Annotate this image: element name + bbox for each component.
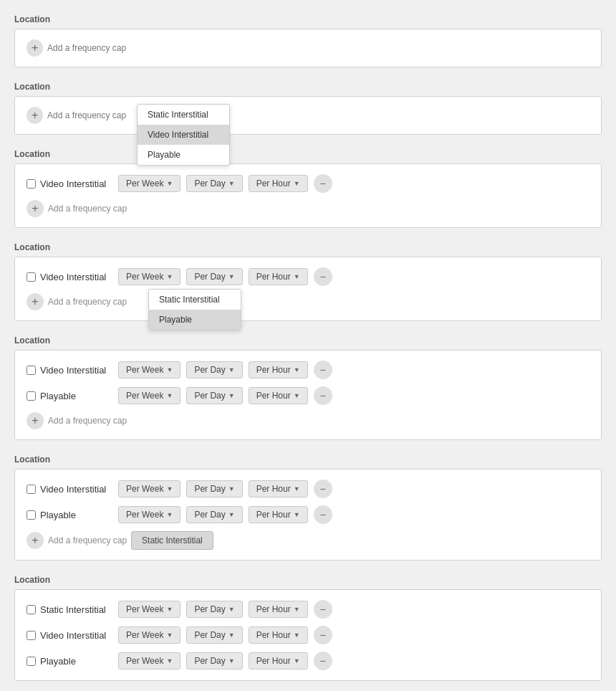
per-day-btn-5-0[interactable]: Per Day ▼	[186, 361, 242, 378]
section-6-box: Video Interstitial Per Week ▼ Per Day ▼ …	[14, 469, 602, 561]
remove-btn-6-0[interactable]: −	[314, 480, 332, 498]
section-4-label: Location	[14, 242, 602, 252]
per-hour-arrow-3-0: ▼	[294, 180, 300, 187]
section-1-box: +	[14, 29, 602, 67]
per-day-btn-7-2[interactable]: Per Day ▼	[186, 652, 242, 669]
checkbox-5-1[interactable]	[27, 391, 36, 401]
add-frequency-cap-btn-3[interactable]: +	[27, 200, 44, 217]
per-day-btn-4-0[interactable]: Per Day ▼	[186, 268, 242, 285]
per-hour-btn-6-1[interactable]: Per Hour ▼	[249, 506, 308, 523]
per-day-btn-6-0[interactable]: Per Day ▼	[186, 480, 242, 497]
per-day-arrow-3-0: ▼	[228, 180, 235, 187]
remove-btn-5-1[interactable]: −	[314, 386, 332, 405]
checkbox-7-0[interactable]	[27, 605, 36, 614]
remove-btn-5-0[interactable]: −	[314, 361, 332, 379]
per-hour-btn-5-1[interactable]: Per Hour ▼	[249, 387, 308, 404]
checkbox-label-4-0: Video Interstitial	[27, 272, 112, 282]
per-hour-btn-7-0[interactable]: Per Hour ▼	[249, 601, 308, 618]
remove-btn-7-0[interactable]: −	[314, 600, 332, 619]
per-week-arrow-3-0: ▼	[166, 180, 173, 187]
dropdown-options-4: Static Interstitial Playable	[148, 289, 241, 330]
per-day-btn-7-0[interactable]: Per Day ▼	[186, 601, 242, 618]
per-week-btn-4-0[interactable]: Per Week ▼	[118, 268, 181, 285]
per-day-btn-5-1[interactable]: Per Day ▼	[186, 387, 242, 404]
per-hour-arrow-4-0: ▼	[294, 273, 300, 280]
per-week-btn-6-1[interactable]: Per Week ▼	[118, 506, 181, 523]
dropdown-item-static-4[interactable]: Static Interstitial	[149, 290, 241, 310]
add-frequency-cap-label-3: Add a frequency cap	[48, 204, 127, 214]
checkbox-7-2[interactable]	[27, 657, 36, 666]
checkbox-label-7-1: Video Interstitial	[27, 630, 112, 641]
checkbox-label-5-0: Video Interstitial	[27, 365, 112, 376]
remove-btn-7-2[interactable]: −	[314, 652, 332, 670]
per-week-btn-3-0[interactable]: Per Week ▼	[118, 175, 181, 192]
remove-btn-4-0[interactable]: −	[314, 267, 332, 286]
remove-btn-7-1[interactable]: −	[314, 626, 332, 644]
checkbox-5-0[interactable]	[27, 366, 36, 375]
per-hour-btn-6-0[interactable]: Per Hour ▼	[249, 480, 308, 497]
row-label-5-1: Playable	[40, 391, 76, 401]
per-week-arrow-4-0: ▼	[166, 273, 173, 280]
frequency-cap-input-2[interactable]	[47, 110, 589, 120]
per-week-btn-7-0[interactable]: Per Week ▼	[118, 601, 181, 618]
freq-row-6-1: Playable Per Week ▼ Per Day ▼ Per Hour ▼…	[27, 505, 589, 524]
section-2: Location + Static Interstitial Video Int…	[14, 82, 602, 135]
row-label-7-0: Static Interstitial	[40, 604, 106, 615]
dropdown-item-playable-2[interactable]: Playable	[138, 145, 229, 165]
per-day-btn-3-0[interactable]: Per Day ▼	[186, 175, 242, 192]
checkbox-label-7-0: Static Interstitial	[27, 604, 112, 615]
freq-row-5-0: Video Interstitial Per Week ▼ Per Day ▼ …	[27, 361, 589, 379]
add-frequency-cap-label-5: Add a frequency cap	[48, 416, 127, 426]
freq-row-4-0: Video Interstitial Per Week ▼ Per Day ▼ …	[27, 267, 589, 286]
frequency-cap-input-1[interactable]	[47, 43, 589, 53]
row-label-6-1: Playable	[40, 510, 76, 520]
per-day-btn-6-1[interactable]: Per Day ▼	[186, 506, 242, 523]
remove-btn-6-1[interactable]: −	[314, 505, 332, 524]
remove-btn-3-0[interactable]: −	[314, 174, 332, 193]
section-7-box: Static Interstitial Per Week ▼ Per Day ▼…	[14, 589, 602, 681]
per-hour-btn-5-0[interactable]: Per Hour ▼	[249, 361, 308, 378]
dropdown-options-2: Static Interstitial Video Interstitial P…	[137, 104, 230, 166]
checkbox-label-7-2: Playable	[27, 656, 112, 667]
dropdown-item-playable-4[interactable]: Playable	[149, 310, 241, 330]
add-frequency-cap-btn-5[interactable]: +	[27, 412, 44, 429]
per-week-btn-7-2[interactable]: Per Week ▼	[118, 652, 181, 669]
section-2-add-row: +	[27, 107, 589, 124]
add-frequency-cap-label-6: Add a frequency cap	[48, 535, 127, 545]
per-hour-btn-7-2[interactable]: Per Hour ▼	[249, 652, 308, 669]
row-label-7-1: Video Interstitial	[40, 630, 106, 641]
per-hour-btn-3-0[interactable]: Per Hour ▼	[249, 175, 308, 192]
freq-row-7-0: Static Interstitial Per Week ▼ Per Day ▼…	[27, 600, 589, 619]
checkbox-label-6-0: Video Interstitial	[27, 484, 112, 495]
checkbox-4-0[interactable]	[27, 272, 36, 282]
add-frequency-cap-btn-6[interactable]: +	[27, 532, 44, 549]
checkbox-3-0[interactable]	[27, 179, 36, 189]
freq-row-3-0: Video Interstitial Per Week ▼ Per Day ▼ …	[27, 174, 589, 193]
section-6-add-row: + Add a frequency cap Static Interstitia…	[27, 531, 589, 550]
checkbox-6-1[interactable]	[27, 510, 36, 520]
section-2-box: + Static Interstitial Video Interstitial…	[14, 96, 602, 135]
add-frequency-cap-btn-2[interactable]: +	[27, 107, 43, 124]
per-week-btn-5-1[interactable]: Per Week ▼	[118, 387, 181, 404]
per-week-btn-5-0[interactable]: Per Week ▼	[118, 361, 181, 378]
section-5-box: Video Interstitial Per Week ▼ Per Day ▼ …	[14, 350, 602, 440]
add-frequency-cap-btn-1[interactable]: +	[27, 39, 43, 57]
per-week-btn-6-0[interactable]: Per Week ▼	[118, 480, 181, 497]
dropdown-item-video-2[interactable]: Video Interstitial	[138, 125, 229, 145]
add-frequency-cap-btn-4[interactable]: +	[27, 293, 44, 310]
static-interstitial-inline-btn-6[interactable]: Static Interstitial	[131, 531, 213, 550]
section-6-label: Location	[14, 454, 602, 464]
add-frequency-cap-label-4: Add a frequency cap	[48, 297, 127, 307]
section-7: Location Static Interstitial Per Week ▼ …	[14, 575, 602, 681]
section-7-label: Location	[14, 575, 602, 585]
per-week-btn-7-1[interactable]: Per Week ▼	[118, 626, 181, 644]
per-hour-btn-4-0[interactable]: Per Hour ▼	[249, 268, 308, 285]
dropdown-item-static-2[interactable]: Static Interstitial	[138, 105, 229, 125]
section-1-add-row: +	[27, 39, 589, 57]
checkbox-6-0[interactable]	[27, 485, 36, 494]
section-6: Location Video Interstitial Per Week ▼ P…	[14, 454, 602, 561]
section-1: Location +	[14, 14, 602, 67]
per-hour-btn-7-1[interactable]: Per Hour ▼	[249, 626, 308, 644]
checkbox-7-1[interactable]	[27, 631, 36, 640]
per-day-btn-7-1[interactable]: Per Day ▼	[186, 626, 242, 644]
